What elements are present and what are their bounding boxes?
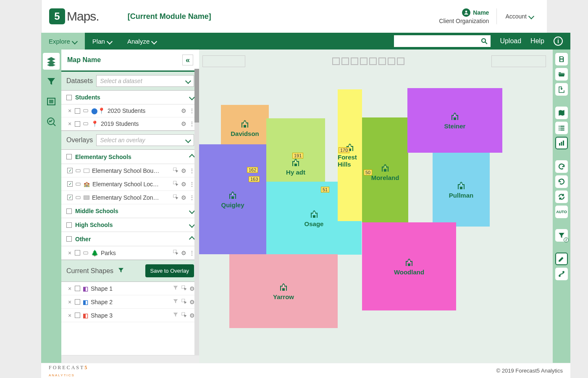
select-tool-icon[interactable] (173, 167, 178, 174)
toolbar-box-left[interactable] (202, 55, 245, 67)
remove-button[interactable]: × (67, 299, 72, 305)
chart-view-icon[interactable] (555, 137, 568, 149)
nav-explore[interactable]: Explore (41, 33, 85, 50)
filter-icon[interactable] (173, 312, 178, 319)
checkbox[interactable] (66, 95, 72, 100)
remove-button[interactable]: × (67, 285, 72, 292)
checkbox[interactable] (66, 236, 72, 242)
filter-icon[interactable] (118, 267, 124, 275)
remove-button[interactable]: × (67, 107, 72, 114)
district-zone[interactable]: Woodland (362, 222, 456, 310)
nav-upload[interactable]: Upload (500, 37, 521, 45)
filter-icon[interactable] (173, 298, 178, 305)
svg-rect-40 (563, 141, 564, 146)
info-icon[interactable]: i (554, 36, 563, 46)
gear-icon[interactable]: ⚙ (181, 120, 186, 127)
group-middle[interactable]: Middle Schools (61, 204, 199, 218)
checkbox[interactable] (67, 181, 73, 187)
district-zone[interactable]: Moreland50 (362, 117, 408, 227)
redo-icon[interactable] (555, 175, 568, 188)
district-zone[interactable]: Steiner (407, 88, 502, 153)
folder-open-icon[interactable] (555, 68, 568, 81)
select-tool-icon[interactable] (173, 249, 178, 256)
toolbar-x[interactable] (388, 57, 395, 65)
remove-button[interactable]: × (67, 120, 72, 127)
refresh-icon[interactable] (555, 190, 568, 203)
checkbox[interactable] (66, 222, 72, 228)
rail-analytics-button[interactable] (43, 113, 60, 130)
district-zone[interactable]: Pullman (433, 153, 490, 227)
select-tool-icon[interactable] (181, 285, 187, 292)
group-high[interactable]: High Schools (61, 218, 199, 232)
gear-icon[interactable]: ⚙ (181, 107, 186, 114)
overlay-select[interactable]: Select an overlay (96, 134, 194, 146)
group-elementary[interactable]: Elementary Schools (61, 150, 199, 164)
toolbar-x[interactable] (341, 57, 349, 65)
checkbox[interactable] (75, 108, 80, 114)
more-icon[interactable]: ⋮ (189, 167, 195, 174)
datasets-section: Datasets Select a dataset (61, 72, 199, 91)
toolbar-x[interactable] (360, 57, 368, 65)
list-view-icon[interactable] (555, 122, 568, 134)
rail-filter-button[interactable] (43, 73, 60, 90)
filter-badge-icon[interactable]: 2 (555, 229, 568, 242)
route-icon[interactable] (555, 268, 568, 280)
toolbar-box-right[interactable] (491, 55, 546, 67)
select-tool-icon[interactable] (181, 298, 187, 305)
checkbox[interactable] (67, 168, 73, 173)
checkbox[interactable] (75, 299, 80, 305)
more-icon[interactable]: ⋮ (189, 250, 195, 256)
export-icon[interactable] (555, 83, 568, 96)
more-icon[interactable]: ⋮ (189, 107, 195, 114)
nav-help[interactable]: Help (530, 37, 544, 45)
gear-icon[interactable]: ⚙ (181, 181, 186, 188)
toolbar-x[interactable] (378, 57, 386, 65)
nav-plan[interactable]: Plan (85, 33, 120, 50)
filter-icon[interactable] (173, 285, 178, 292)
toolbar-x[interactable] (351, 57, 358, 65)
checkbox[interactable] (67, 195, 73, 200)
dataset-select[interactable]: Select a dataset (96, 75, 194, 87)
remove-button[interactable]: × (67, 312, 72, 319)
save-overlay-button[interactable]: Save to Overlay (145, 264, 194, 277)
district-zone[interactable]: Yarrow (229, 254, 338, 328)
toolbar-x[interactable] (369, 57, 377, 65)
district-zone[interactable]: Quigley (199, 144, 266, 254)
select-tool-icon[interactable] (173, 194, 178, 201)
toolbar-x[interactable] (397, 57, 404, 65)
edit-pencil-icon[interactable] (555, 253, 568, 265)
select-tool-icon[interactable] (181, 312, 187, 319)
gear-icon[interactable]: ⚙ (181, 250, 186, 256)
district-zone[interactable]: Forest Hills170 (338, 89, 362, 221)
checkbox[interactable] (75, 286, 80, 291)
more-icon[interactable]: ⋮ (189, 194, 195, 201)
select-tool-icon[interactable] (173, 180, 178, 188)
search-button[interactable] (478, 35, 491, 47)
more-icon[interactable]: ⋮ (189, 181, 195, 188)
checkbox[interactable] (66, 154, 72, 159)
nav-analyze[interactable]: Analyze (120, 33, 164, 50)
checkbox[interactable] (75, 250, 80, 255)
remove-button[interactable]: × (67, 250, 72, 256)
map-view-icon[interactable] (555, 107, 568, 119)
more-icon[interactable]: ⋮ (189, 120, 195, 127)
rail-list-button[interactable] (43, 93, 60, 110)
panel-collapse-button[interactable] (182, 55, 193, 65)
group-students[interactable]: Students (61, 91, 199, 104)
gear-icon[interactable]: ⚙ (181, 167, 186, 174)
group-other[interactable]: Other (61, 232, 199, 246)
save-icon[interactable] (555, 53, 568, 65)
checkbox[interactable] (75, 313, 80, 318)
rail-layers-button[interactable] (43, 53, 60, 70)
panel-scrollbar[interactable] (194, 69, 199, 355)
account-menu[interactable]: Account (505, 13, 538, 20)
checkbox[interactable] (66, 209, 72, 214)
gear-icon[interactable]: ⚙ (181, 194, 186, 201)
footer-logo: FORECAST5 (49, 365, 88, 370)
undo-icon[interactable] (555, 160, 568, 173)
map-canvas[interactable]: DavidsonQuigleyHy adt191Osage51Forest Hi… (199, 50, 570, 363)
toolbar-x[interactable] (332, 57, 340, 65)
checkbox[interactable] (75, 121, 80, 127)
auto-button[interactable]: AUTO (555, 206, 568, 218)
search-input[interactable] (394, 38, 478, 44)
